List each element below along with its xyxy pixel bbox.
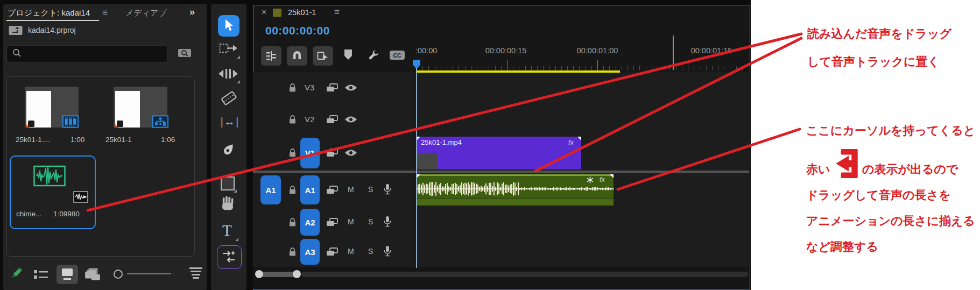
razor-tool[interactable] <box>220 88 237 108</box>
playhead-timecode[interactable]: 00:00:00:00 <box>265 24 330 37</box>
audio-clip-top-edge <box>417 174 614 176</box>
media-item-name[interactable]: 25k01-1.... <box>16 136 50 144</box>
source-patch-a1[interactable]: A1 <box>260 175 281 204</box>
tab-project[interactable]: プロジェクト: kadai14 <box>8 8 90 18</box>
timeline-settings-wrench-icon[interactable] <box>367 48 380 61</box>
lock-icon[interactable] <box>288 247 297 257</box>
mic-icon[interactable] <box>383 245 392 257</box>
edit-pencil-icon[interactable] <box>9 267 23 281</box>
nest-sequence-icon <box>265 50 277 62</box>
tab-close-icon[interactable]: × <box>262 8 266 17</box>
video-clip-thumb-block <box>417 153 437 169</box>
timeline-panel-menu-icon[interactable]: ≡ <box>334 7 340 18</box>
parent-bin-icon[interactable] <box>9 25 23 36</box>
track-target-a2[interactable]: A2 <box>300 209 320 236</box>
list-view-icon[interactable] <box>33 269 48 280</box>
track-output-icon[interactable] <box>326 186 338 194</box>
annotation-note1-line2: して音声トラックに置く <box>807 54 940 70</box>
tab-media-browser[interactable]: メディアブ <box>125 8 185 18</box>
media-item-name[interactable]: chime... <box>16 210 41 218</box>
lock-icon[interactable] <box>288 115 297 124</box>
audio-badge-icon <box>73 191 88 203</box>
ruler-label-2: 00:00:01:00 <box>577 46 618 55</box>
mute-button[interactable]: M <box>348 217 354 226</box>
solo-button[interactable]: S <box>368 247 373 256</box>
scrollbar-handle-right[interactable] <box>293 270 301 278</box>
selection-cursor-icon <box>223 19 234 33</box>
type-tool[interactable]: T <box>220 222 238 242</box>
track-select-icon <box>219 42 238 55</box>
lock-icon[interactable] <box>288 148 297 158</box>
lock-icon[interactable] <box>288 217 297 227</box>
project-file-name[interactable]: kadai14.prproj <box>28 26 76 34</box>
ripple-edit-tool[interactable] <box>218 67 239 83</box>
mute-button[interactable]: M <box>348 247 354 256</box>
track-label-v2[interactable]: V2 <box>305 115 314 124</box>
keyframe-star-icon <box>587 176 594 183</box>
track-output-icon[interactable] <box>326 83 338 92</box>
eye-icon[interactable] <box>344 84 357 91</box>
audio-clip-fx-badge: fx <box>600 175 605 183</box>
eye-icon[interactable] <box>344 149 357 157</box>
slip-tool[interactable]: |↔| <box>219 115 241 128</box>
type-tool-glyph: T <box>222 222 232 239</box>
media-item-name[interactable]: 25k01-1 <box>105 136 132 144</box>
nest-sequence-button[interactable] <box>261 46 281 66</box>
snap-button[interactable] <box>287 46 307 66</box>
ruler-marker-line <box>673 36 674 70</box>
mic-icon[interactable] <box>383 183 392 195</box>
annotation-note1-line1: 読み込んだ音声をドラッグ <box>807 26 951 42</box>
timeline-scrollbar-track[interactable] <box>301 272 748 277</box>
lock-icon[interactable] <box>288 83 297 93</box>
playhead-line[interactable] <box>416 68 417 268</box>
media-item-duration: 1:00 <box>70 136 84 144</box>
media-item-duration: 1:09980 <box>53 210 80 218</box>
mute-button[interactable]: M <box>348 185 354 194</box>
ripple-edit-icon <box>218 67 238 81</box>
track-output-icon[interactable] <box>326 247 338 256</box>
track-label-v3[interactable]: V3 <box>305 83 314 92</box>
video-clip-name: 25k01-1.mp4 <box>421 138 462 146</box>
active-tab-underline <box>6 20 99 21</box>
scrollbar-handle-left[interactable] <box>255 270 263 278</box>
track-select-forward-tool[interactable] <box>219 42 239 58</box>
search-input[interactable] <box>6 45 168 62</box>
annotation-note2-line4: アニメーションの長さに揃える <box>806 213 975 229</box>
trim-cursor-icon <box>836 149 858 178</box>
track-output-icon[interactable] <box>326 148 338 157</box>
track-target-v1[interactable]: V1 <box>300 138 320 168</box>
track-output-icon[interactable] <box>326 218 338 227</box>
freeform-view-icon[interactable] <box>84 267 101 281</box>
mic-icon[interactable] <box>383 216 392 228</box>
project-panel-menu-icon[interactable]: ≡ <box>102 8 108 18</box>
hand-tool[interactable] <box>219 195 236 212</box>
ruler-label-3: 00:00:01:15 <box>691 46 732 55</box>
track-output-icon[interactable] <box>326 115 338 124</box>
pen-tool[interactable] <box>220 141 236 159</box>
icon-view-button-selected[interactable] <box>57 265 78 284</box>
ruler-label-1: 00:00:00:15 <box>485 46 527 55</box>
captions-cc-icon[interactable]: CC <box>390 51 405 60</box>
linked-selection-button[interactable] <box>313 46 333 66</box>
panel-overflow-chevron[interactable]: » <box>189 6 195 18</box>
selection-tool-active[interactable] <box>218 15 239 37</box>
zoom-slider-track[interactable] <box>127 273 171 274</box>
audio-clip[interactable]: fx <box>417 174 614 206</box>
annotation-note2-line3: ドラッグして音声の長さを <box>806 187 951 203</box>
annotation-note2-line1: ここにカーソルを持ってくると <box>806 123 975 139</box>
video-clip[interactable]: 25k01-1.mp4 fx <box>417 137 581 169</box>
solo-button[interactable]: S <box>368 217 373 226</box>
ai-remix-tool[interactable] <box>217 245 242 269</box>
track-target-a3[interactable]: A3 <box>300 239 320 265</box>
solo-button[interactable]: S <box>368 185 373 194</box>
eye-icon[interactable] <box>344 116 357 123</box>
zoom-slider-knob[interactable] <box>114 270 123 279</box>
track-target-a1[interactable]: A1 <box>300 175 320 204</box>
screenshot-root: プロジェクト: kadai14 ≡ メディアブ » kadai14.prproj <box>0 0 980 290</box>
search-bin-icon[interactable] <box>178 47 192 58</box>
timeline-tab-sequence-name[interactable]: 25k01-1 <box>288 8 316 17</box>
lock-icon[interactable] <box>288 185 297 195</box>
icon-view-glyph <box>62 268 73 276</box>
rectangle-tool[interactable] <box>220 175 236 192</box>
hand-icon <box>219 195 236 212</box>
